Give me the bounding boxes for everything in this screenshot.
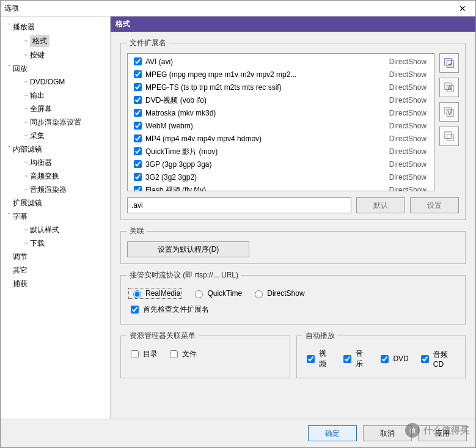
tree-item[interactable]: ┈输出 xyxy=(2,89,109,102)
extension-checkbox[interactable] xyxy=(134,109,142,117)
tree-item[interactable]: ┈全屏幕 xyxy=(2,102,109,116)
chevron-down-icon[interactable]: ˇ xyxy=(5,144,13,155)
autoplay-item[interactable]: DVD xyxy=(378,353,408,365)
tree-item[interactable]: ˇ字幕 xyxy=(2,210,109,223)
close-icon[interactable]: ✕ xyxy=(453,4,472,13)
settings-button[interactable]: 设置 xyxy=(410,197,459,213)
apply-button[interactable]: 应用 xyxy=(418,425,467,441)
extension-item[interactable]: QuickTime 影片 (mov)DirectShow xyxy=(128,145,434,158)
extension-item[interactable]: Flash 视频 (flv f4v)DirectShow xyxy=(128,183,434,191)
extension-checkbox[interactable] xyxy=(134,134,142,142)
tree-item[interactable]: 捕获 xyxy=(2,277,109,290)
tree-item-label: 内部滤镜 xyxy=(13,144,42,155)
chevron-down-icon[interactable]: ˇ xyxy=(5,63,13,74)
check-ext-first-checkbox[interactable] xyxy=(131,306,139,314)
rtsp-option[interactable]: RealMedia xyxy=(128,288,182,299)
set-default-program-button[interactable]: 设置为默认程序(D) xyxy=(127,241,249,257)
extension-name: AVI (avi) xyxy=(145,56,389,67)
extension-name: QuickTime 影片 (mov) xyxy=(145,146,389,157)
default-button[interactable]: 默认 xyxy=(356,197,405,213)
extension-name: Matroska (mkv mk3d) xyxy=(145,108,389,119)
select-all-icon[interactable] xyxy=(439,53,459,73)
rtsp-radio[interactable] xyxy=(133,290,141,298)
extension-checkbox[interactable] xyxy=(134,122,142,130)
extension-item[interactable]: Matroska (mkv mk3d)DirectShow xyxy=(128,106,434,119)
tree-line-icon: ┈ xyxy=(24,90,27,101)
autoplay-checkbox[interactable] xyxy=(343,355,351,363)
tree-item[interactable]: ┈下载 xyxy=(2,237,109,250)
extension-handler: DirectShow xyxy=(389,159,427,170)
tree-item-label: 回放 xyxy=(13,63,27,74)
tree-item[interactable]: 调节 xyxy=(2,250,109,263)
autoplay-label: DVD xyxy=(393,354,408,363)
nav-tree[interactable]: ˇ播放器┈格式┈按键ˇ回放┈DVD/OGM┈输出┈全屏幕┈同步渲染器设置┈采集ˇ… xyxy=(1,17,111,419)
autoplay-item[interactable]: 音频 CD xyxy=(419,350,458,369)
extension-item[interactable]: 3GP (3gp 3gpp 3ga)DirectShow xyxy=(128,158,434,171)
explorer-item[interactable]: 目录 xyxy=(128,348,158,360)
rtsp-option[interactable]: DirectShow xyxy=(252,288,304,298)
extension-name: 3GP (3gp 3gpp 3ga) xyxy=(145,159,389,170)
autoplay-checkbox[interactable] xyxy=(381,355,389,363)
tree-item[interactable]: ┈默认样式 xyxy=(2,223,109,237)
tree-item[interactable]: ┈均衡器 xyxy=(2,156,109,169)
autoplay-item[interactable]: 音乐 xyxy=(341,348,368,369)
side-buttons: A V xyxy=(439,53,459,191)
extension-item[interactable]: MPEG-TS (ts tp trp m2t m2ts mts rec ssif… xyxy=(128,81,434,94)
rtsp-radio[interactable] xyxy=(195,290,203,298)
extension-checkbox[interactable] xyxy=(134,147,142,155)
tree-item[interactable]: 扩展滤镜 xyxy=(2,196,109,210)
tree-item-label: 同步渲染器设置 xyxy=(30,117,81,128)
explorer-label: 文件 xyxy=(182,349,197,359)
extension-checkbox[interactable] xyxy=(134,96,142,104)
extension-checkbox[interactable] xyxy=(134,57,142,65)
rtsp-radio-row: RealMediaQuickTimeDirectShow xyxy=(127,285,459,301)
explorer-item[interactable]: 文件 xyxy=(167,348,197,360)
extension-name: MPEG (mpg mpeg mpe m1v m2v mpv2 mp2... xyxy=(145,69,389,80)
tree-item[interactable]: ˇ播放器 xyxy=(2,20,109,34)
tree-item[interactable]: ┈同步渲染器设置 xyxy=(2,116,109,129)
tree-item-label: 下载 xyxy=(30,238,45,249)
extension-checkbox[interactable] xyxy=(134,70,142,78)
tree-item[interactable]: ┈音频渲染器 xyxy=(2,183,109,196)
tree-item[interactable]: ┈格式 xyxy=(2,34,109,48)
extension-checkbox[interactable] xyxy=(134,83,142,91)
page-header: 格式 xyxy=(111,17,475,32)
extension-item[interactable]: AVI (avi)DirectShow xyxy=(128,55,434,68)
autoplay-checkbox[interactable] xyxy=(421,355,429,363)
extension-checkbox[interactable] xyxy=(134,173,142,181)
select-video-icon[interactable]: V xyxy=(439,102,459,122)
ok-button[interactable]: 确定 xyxy=(308,425,357,441)
select-none-icon[interactable] xyxy=(439,127,459,146)
extension-list[interactable]: AVI (avi)DirectShowMPEG (mpg mpeg mpe m1… xyxy=(127,53,434,191)
tree-line-icon: ┈ xyxy=(24,224,27,235)
explorer-checkbox[interactable] xyxy=(170,350,178,358)
extension-handler: DirectShow xyxy=(389,133,427,144)
tree-item[interactable]: ┈DVD/OGM xyxy=(2,75,109,89)
chevron-down-icon[interactable]: ˇ xyxy=(5,211,13,222)
autoplay-checkbox[interactable] xyxy=(307,355,315,363)
tree-item[interactable]: ┈按键 xyxy=(2,48,109,62)
extension-item[interactable]: WebM (webm)DirectShow xyxy=(128,119,434,132)
extension-input[interactable] xyxy=(127,197,351,213)
tree-item[interactable]: ˇ回放 xyxy=(2,62,109,75)
cancel-button[interactable]: 取消 xyxy=(363,425,412,441)
select-audio-icon[interactable]: A xyxy=(439,78,459,97)
extension-item[interactable]: MPEG (mpg mpeg mpe m1v m2v mpv2 mp2...Di… xyxy=(128,68,434,81)
check-ext-first[interactable]: 首先检查文件扩展名 xyxy=(128,304,209,315)
extension-item[interactable]: 3G2 (3g2 3gp2)DirectShow xyxy=(128,171,434,183)
tree-item[interactable]: ˇ内部滤镜 xyxy=(2,142,109,156)
rtsp-radio[interactable] xyxy=(255,290,263,298)
tree-item-label: 调节 xyxy=(13,251,27,262)
tree-item[interactable]: 其它 xyxy=(2,263,109,277)
autoplay-item[interactable]: 视频 xyxy=(304,348,332,369)
explorer-checkbox[interactable] xyxy=(131,350,139,358)
tree-item[interactable]: ┈采集 xyxy=(2,129,109,142)
extension-item[interactable]: MP4 (mp4 m4v mp4v mpv4 hdmov)DirectShow xyxy=(128,132,434,145)
tree-item[interactable]: ┈音频变换 xyxy=(2,169,109,183)
svg-rect-8 xyxy=(445,132,452,139)
chevron-down-icon[interactable]: ˇ xyxy=(5,21,13,32)
extension-checkbox[interactable] xyxy=(134,160,142,168)
extension-item[interactable]: DVD-视频 (vob ifo)DirectShow xyxy=(128,94,434,106)
extension-checkbox[interactable] xyxy=(134,186,142,191)
rtsp-option[interactable]: QuickTime xyxy=(192,288,242,298)
